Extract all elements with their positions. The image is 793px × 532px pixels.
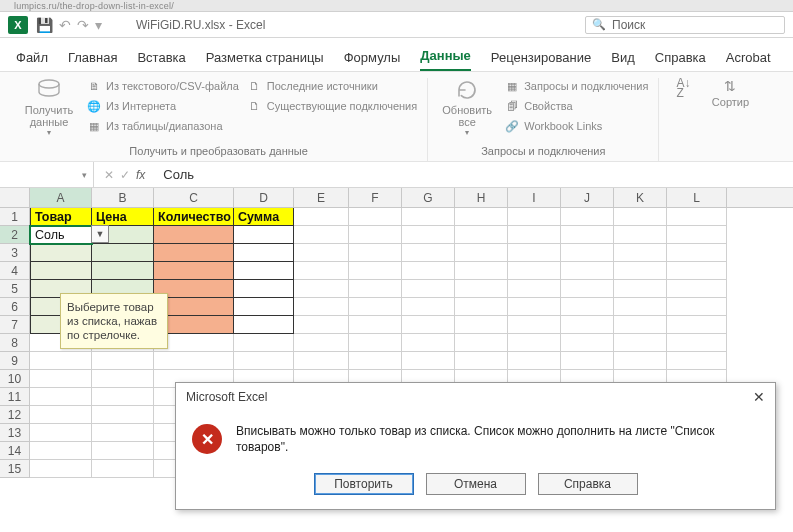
cell-G5[interactable] [402,280,455,298]
col-header-D[interactable]: D [234,188,294,207]
cell-C3[interactable] [154,244,234,262]
qat-dropdown-icon[interactable]: ▾ [95,17,102,33]
cell-I8[interactable] [508,334,561,352]
cell-A10[interactable] [30,370,92,388]
cell-L8[interactable] [667,334,727,352]
cell-D5[interactable] [234,280,294,298]
cell-A15[interactable] [30,460,92,478]
recent-sources-button[interactable]: 🗋Последние источники [247,78,417,94]
save-icon[interactable]: 💾 [36,17,53,33]
tab-page-layout[interactable]: Разметка страницы [206,50,324,71]
cell-C1[interactable]: Количество [154,208,234,226]
cell-K2[interactable] [614,226,667,244]
cell-E3[interactable] [294,244,349,262]
cell-H4[interactable] [455,262,508,280]
cell-B11[interactable] [92,388,154,406]
cell-G2[interactable] [402,226,455,244]
confirm-formula-icon[interactable]: ✓ [120,168,130,182]
from-text-csv-button[interactable]: 🗎Из текстового/CSV-файла [86,78,239,94]
row-header-13[interactable]: 13 [0,424,30,442]
cell-G7[interactable] [402,316,455,334]
cell-L1[interactable] [667,208,727,226]
cell-J8[interactable] [561,334,614,352]
cell-D9[interactable] [234,352,294,370]
cell-I1[interactable] [508,208,561,226]
cell-C9[interactable] [154,352,234,370]
cell-B1[interactable]: Цена [92,208,154,226]
cell-J7[interactable] [561,316,614,334]
from-web-button[interactable]: 🌐Из Интернета [86,98,239,114]
col-header-H[interactable]: H [455,188,508,207]
cell-D2[interactable] [234,226,294,244]
cell-H3[interactable] [455,244,508,262]
cell-J2[interactable] [561,226,614,244]
tab-insert[interactable]: Вставка [137,50,185,71]
cell-G1[interactable] [402,208,455,226]
cell-K1[interactable] [614,208,667,226]
cell-I4[interactable] [508,262,561,280]
cancel-formula-icon[interactable]: ✕ [104,168,114,182]
fx-icon[interactable]: fx [136,168,145,182]
row-header-5[interactable]: 5 [0,280,30,298]
col-header-G[interactable]: G [402,188,455,207]
cell-D4[interactable] [234,262,294,280]
cell-G4[interactable] [402,262,455,280]
row-header-2[interactable]: 2 [0,226,30,244]
cell-K4[interactable] [614,262,667,280]
tab-view[interactable]: Вид [611,50,635,71]
name-box[interactable]: ▾ [0,162,94,187]
row-header-1[interactable]: 1 [0,208,30,226]
row-header-9[interactable]: 9 [0,352,30,370]
cell-A11[interactable] [30,388,92,406]
cell-E1[interactable] [294,208,349,226]
cell-E6[interactable] [294,298,349,316]
existing-connections-button[interactable]: 🗋Существующие подключения [247,98,417,114]
cell-J4[interactable] [561,262,614,280]
col-header-F[interactable]: F [349,188,402,207]
row-header-15[interactable]: 15 [0,460,30,478]
tab-help[interactable]: Справка [655,50,706,71]
get-data-button[interactable]: Получить данные ▾ [20,78,78,137]
tab-acrobat[interactable]: Acrobat [726,50,771,71]
row-header-8[interactable]: 8 [0,334,30,352]
cell-H1[interactable] [455,208,508,226]
tab-data[interactable]: Данные [420,48,471,71]
cell-L4[interactable] [667,262,727,280]
cell-B14[interactable] [92,442,154,460]
cell-F2[interactable] [349,226,402,244]
select-all-corner[interactable] [0,188,30,207]
cell-B10[interactable] [92,370,154,388]
cell-F8[interactable] [349,334,402,352]
cell-D1[interactable]: Сумма [234,208,294,226]
cell-A3[interactable] [30,244,92,262]
sort-az-button[interactable]: A↓Z [669,78,697,100]
cell-L6[interactable] [667,298,727,316]
cell-B12[interactable] [92,406,154,424]
cell-C4[interactable] [154,262,234,280]
row-header-7[interactable]: 7 [0,316,30,334]
close-icon[interactable]: ✕ [753,389,765,405]
help-button[interactable]: Справка [538,473,638,495]
cell-I7[interactable] [508,316,561,334]
cell-F9[interactable] [349,352,402,370]
cell-K8[interactable] [614,334,667,352]
cell-L9[interactable] [667,352,727,370]
row-header-12[interactable]: 12 [0,406,30,424]
cell-H6[interactable] [455,298,508,316]
cell-I5[interactable] [508,280,561,298]
workbook-links-button[interactable]: 🔗Workbook Links [504,118,648,134]
cell-E8[interactable] [294,334,349,352]
cell-K7[interactable] [614,316,667,334]
row-header-14[interactable]: 14 [0,442,30,460]
cell-J9[interactable] [561,352,614,370]
row-header-10[interactable]: 10 [0,370,30,388]
cell-H7[interactable] [455,316,508,334]
cell-A9[interactable] [30,352,92,370]
cell-D6[interactable] [234,298,294,316]
cell-E4[interactable] [294,262,349,280]
formula-bar[interactable]: Соль [155,167,793,182]
cell-L2[interactable] [667,226,727,244]
cell-H2[interactable] [455,226,508,244]
row-header-11[interactable]: 11 [0,388,30,406]
cell-A1[interactable]: Товар [30,208,92,226]
